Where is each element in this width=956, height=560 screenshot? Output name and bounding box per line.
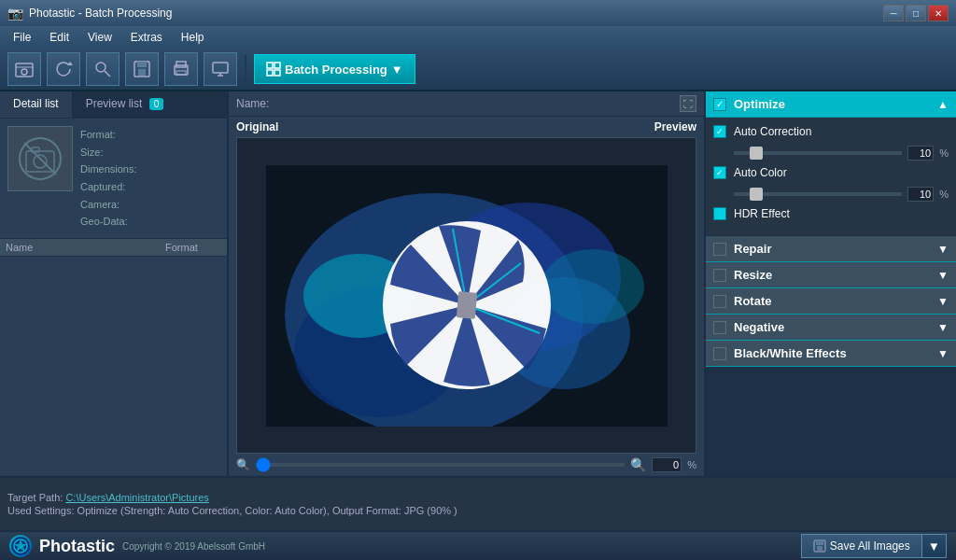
menu-help[interactable]: Help	[172, 29, 214, 46]
right-panel: ✓ Optimize ▲ ✓ Auto Correction 10 % ✓ Au…	[704, 91, 956, 476]
col-name-header: Name	[6, 242, 165, 253]
svg-line-19	[24, 143, 56, 175]
blackwhite-checkbox[interactable]	[713, 347, 726, 360]
svg-rect-14	[267, 63, 273, 68]
auto-correction-row: ✓ Auto Correction	[713, 125, 949, 138]
optimize-body: ✓ Auto Correction 10 % ✓ Auto Color 10 %…	[706, 118, 956, 236]
svg-rect-15	[274, 63, 280, 68]
rotate-title: Rotate	[734, 294, 937, 308]
auto-correction-slider-row: 10 %	[713, 146, 949, 161]
window-title: Photastic - Batch Processing	[29, 7, 878, 20]
zoom-bar: 🔍 🔍 0 %	[229, 454, 704, 476]
toolbar-display-btn[interactable]	[204, 52, 237, 86]
save-all-button[interactable]: Save All Images	[801, 534, 922, 558]
statusbar: Target Path: C:\Users\Administrator\Pict…	[0, 476, 956, 530]
svg-rect-39	[816, 540, 823, 545]
toolbar-print-btn[interactable]	[164, 52, 198, 86]
svg-point-21	[34, 155, 47, 168]
settings-row: Used Settings: Optimize (Strength: Auto …	[7, 505, 949, 516]
toolbar-save-btn[interactable]	[125, 52, 159, 86]
toolbar-search-btn[interactable]	[86, 52, 120, 86]
settings-text: Used Settings: Optimize (Strength: Auto …	[7, 505, 457, 516]
svg-rect-17	[274, 70, 280, 76]
auto-color-slider-row: 10 %	[713, 187, 949, 202]
toolbar-rotate-btn[interactable]	[47, 52, 80, 86]
optimize-checkbox[interactable]: ✓	[713, 98, 726, 111]
file-list-body[interactable]	[0, 257, 227, 476]
batch-processing-label: Batch Processing	[285, 63, 387, 77]
auto-color-label: Auto Color	[734, 166, 787, 179]
toolbar: Batch Processing ▼	[0, 49, 956, 91]
repair-section-header[interactable]: Repair ▼	[706, 236, 956, 262]
toolbar-open-btn[interactable]	[7, 52, 41, 86]
auto-color-checkbox[interactable]: ✓	[713, 166, 726, 179]
preview-list-badge: 0	[149, 98, 164, 110]
tab-detail-list[interactable]: Detail list	[0, 91, 73, 118]
tab-preview-list[interactable]: Preview list 0	[73, 91, 178, 118]
rotate-section-header[interactable]: Rotate ▼	[706, 288, 956, 315]
batch-dropdown-arrow: ▼	[391, 63, 403, 77]
expand-button[interactable]: ⛶	[680, 95, 696, 112]
save-icon	[813, 539, 826, 553]
svg-point-1	[21, 69, 27, 75]
center-panel: Name: ⛶ Original Preview	[229, 91, 704, 476]
svg-rect-9	[176, 62, 186, 67]
image-preview-area	[236, 137, 696, 454]
rotate-collapse-icon: ▼	[937, 295, 949, 308]
footer: Photastic Copyright © 2019 Abelssoft Gmb…	[0, 530, 956, 560]
resize-checkbox[interactable]	[713, 269, 726, 282]
svg-point-3	[96, 63, 105, 72]
hdr-row: HDR Effect	[713, 207, 949, 220]
auto-correction-slider[interactable]	[734, 151, 902, 155]
target-path-row: Target Path: C:\Users\Administrator\Pict…	[7, 492, 949, 503]
resize-section-header[interactable]: Resize ▼	[706, 262, 956, 288]
auto-color-slider[interactable]	[734, 192, 902, 196]
toolbar-divider	[245, 55, 246, 83]
optimize-section-header[interactable]: ✓ Optimize ▲	[706, 91, 956, 118]
minimize-button[interactable]: ─	[883, 5, 904, 21]
svg-rect-7	[138, 69, 146, 76]
blackwhite-section-header[interactable]: Black/White Effects ▼	[706, 341, 956, 367]
zoom-in-icon: 🔍	[630, 457, 646, 472]
zoom-slider[interactable]	[256, 463, 625, 467]
negative-section-header[interactable]: Negative ▼	[706, 315, 956, 341]
no-image-icon	[17, 135, 63, 182]
blackwhite-collapse-icon: ▼	[937, 347, 949, 360]
optimize-collapse-icon: ▲	[937, 98, 949, 111]
menu-file[interactable]: File	[4, 29, 40, 46]
zoom-percent: %	[687, 459, 696, 470]
rotate-checkbox[interactable]	[713, 295, 726, 308]
svg-rect-11	[213, 63, 228, 73]
tab-bar: Detail list Preview list 0	[0, 91, 227, 119]
name-input[interactable]	[276, 97, 672, 111]
close-button[interactable]: ✕	[928, 5, 949, 21]
save-dropdown-arrow[interactable]: ▼	[922, 534, 947, 558]
original-label: Original	[236, 120, 654, 133]
copyright: Copyright © 2019 Abelssoft GmbH	[122, 541, 265, 552]
hdr-checkbox[interactable]	[713, 207, 726, 220]
target-path-link[interactable]: C:\Users\Administrator\Pictures	[65, 492, 208, 503]
hdr-label: HDR Effect	[734, 207, 790, 220]
svg-line-4	[105, 71, 110, 77]
name-label: Name:	[236, 97, 269, 110]
menubar: File Edit View Extras Help	[0, 26, 956, 49]
target-path-label: Target Path:	[7, 492, 63, 503]
app-icon: 📷	[7, 6, 23, 21]
auto-correction-checkbox[interactable]: ✓	[713, 125, 726, 138]
batch-processing-button[interactable]: Batch Processing ▼	[254, 54, 415, 84]
menu-edit[interactable]: Edit	[40, 29, 78, 46]
thumbnail-placeholder	[7, 126, 73, 191]
detail-section: Format: Size: Dimensions: Captured: Came…	[0, 119, 227, 239]
negative-title: Negative	[734, 320, 937, 334]
preview-image	[266, 165, 668, 427]
save-all-label: Save All Images	[830, 539, 910, 553]
maximize-button[interactable]: □	[906, 5, 926, 21]
negative-checkbox[interactable]	[713, 321, 726, 334]
menu-view[interactable]: View	[78, 29, 121, 46]
menu-extras[interactable]: Extras	[121, 29, 172, 46]
repair-title: Repair	[734, 242, 937, 256]
repair-checkbox[interactable]	[713, 243, 726, 256]
auto-color-pct: %	[939, 189, 949, 200]
svg-rect-6	[137, 62, 147, 67]
left-panel: Detail list Preview list 0 Format: Size:	[0, 91, 229, 476]
